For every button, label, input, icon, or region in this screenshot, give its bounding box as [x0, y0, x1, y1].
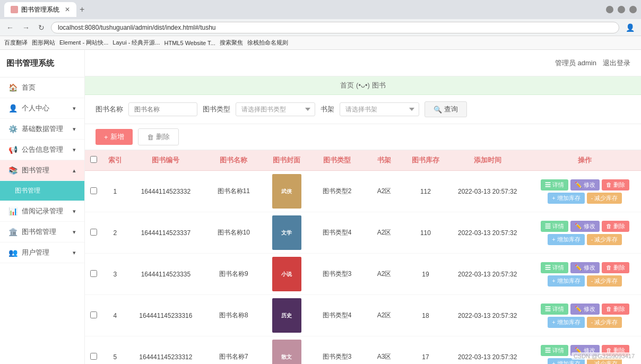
- row-stock: 112: [405, 171, 446, 212]
- sub-stock-btn[interactable]: - 减少库存: [587, 317, 622, 328]
- close-btn[interactable]: ✕: [629, 6, 637, 13]
- book-type-label: 图书类型: [203, 105, 230, 114]
- sidebar-item-user[interactable]: 👥 用户管理 ▾: [0, 242, 84, 263]
- sidebar-notice-label: 公告信息管理: [22, 145, 63, 154]
- forward-btn[interactable]: →: [20, 22, 32, 33]
- edit-btn[interactable]: ✏️ 修改: [570, 304, 600, 315]
- url-box[interactable]: localhost:8080/tushuguanli/admin/dist/in…: [51, 22, 619, 33]
- bookmark-6[interactable]: 徐栈拍命名规则: [247, 39, 288, 47]
- add-btn[interactable]: + 新增: [96, 129, 133, 145]
- row-shelf: A3区: [363, 336, 405, 365]
- sidebar-item-basic[interactable]: ⚙️ 基础数据管理 ▾: [0, 119, 84, 140]
- add-stock-btn[interactable]: + 增加库存: [548, 193, 584, 204]
- main-content: 管理员 admin 退出登录 首页 (•ᴗ•) 图书 图书名称 图书类型 请选择…: [85, 50, 641, 364]
- row-actions: ☰ 详情 ✏️ 修改 🗑 删除 + 增加库存 - 减少库存: [529, 336, 641, 365]
- maximize-btn[interactable]: □: [618, 6, 625, 13]
- bookmark-4[interactable]: HTML5 Website T...: [164, 40, 215, 46]
- row-checkbox[interactable]: [90, 270, 97, 277]
- sidebar-item-borrow[interactable]: 📊 借阅记录管理 ▾: [0, 201, 84, 222]
- search-btn[interactable]: 🔍 查询: [425, 101, 467, 117]
- edit-btn[interactable]: ✏️ 修改: [570, 221, 600, 232]
- sidebar-item-profile[interactable]: 👤 个人中心 ▾: [0, 98, 84, 119]
- row-cover-cell: 历史: [263, 295, 310, 336]
- sub-stock-btn[interactable]: - 减少库存: [587, 234, 622, 245]
- borrow-icon: 📊: [8, 207, 18, 215]
- shelf-select[interactable]: 请选择书架: [340, 102, 419, 116]
- edit-btn[interactable]: ✏️ 修改: [570, 179, 600, 190]
- add-stock-btn[interactable]: + 增加库存: [548, 275, 584, 287]
- sub-stock-btn[interactable]: - 减少库存: [587, 275, 622, 287]
- browser-tab[interactable]: 图书管理系统 ✕: [4, 2, 76, 17]
- bookmark-1[interactable]: 图形网站: [32, 39, 55, 47]
- table-row: 3 16444114523335 图书名称9 小说 图书类型3 A2区 19 2…: [85, 254, 641, 295]
- chevron-down-icon: ▾: [73, 105, 76, 112]
- sidebar-item-notice[interactable]: 📢 公告信息管理 ▾: [0, 140, 84, 160]
- profile-btn[interactable]: 👤: [623, 22, 637, 33]
- basic-icon: ⚙️: [8, 125, 18, 133]
- sub-stock-btn[interactable]: - 减少库存: [587, 193, 622, 204]
- bookmark-5[interactable]: 搜索聚焦: [220, 39, 243, 47]
- shelf-label: 书架: [320, 105, 334, 114]
- row-index: 1: [102, 171, 127, 212]
- chevron-down-icon-5: ▾: [73, 208, 76, 215]
- row-code: 164441145233316: [127, 295, 204, 336]
- sidebar-home-label: 首页: [22, 83, 36, 92]
- row-shelf: A2区: [363, 295, 405, 336]
- add-stock-btn[interactable]: + 增加库存: [548, 317, 584, 328]
- detail-btn[interactable]: ☰ 详情: [541, 179, 568, 190]
- row-time: 2022-03-13 20:57:32: [446, 171, 529, 212]
- table-row: 5 164441145233312 图书名称7 散文 图书类型3 A3区 17 …: [85, 336, 641, 365]
- edit-btn[interactable]: ✏️ 修改: [570, 262, 600, 273]
- select-all-checkbox[interactable]: [90, 156, 97, 163]
- tab-title: 图书管理系统: [21, 5, 59, 14]
- sidebar-item-book[interactable]: 📚 图书管理 ▴: [0, 160, 84, 181]
- chevron-down-icon-3: ▾: [73, 146, 76, 153]
- sidebar: 图书管理系统 🏠 首页 👤 个人中心 ▾ ⚙️ 基础数据管理 ▾ 📢 公告信息管…: [0, 50, 85, 364]
- row-checkbox[interactable]: [90, 187, 97, 194]
- row-code: 164441145233312: [127, 336, 204, 365]
- row-time: 2022-03-13 20:57:32: [446, 295, 529, 336]
- row-code: 16444114523335: [127, 254, 204, 295]
- th-shelf: 书架: [363, 150, 405, 171]
- detail-btn[interactable]: ☰ 详情: [541, 221, 568, 232]
- breadcrumb-home[interactable]: 首页: [340, 81, 354, 89]
- row-checkbox-cell: [85, 254, 102, 295]
- delete-row-btn[interactable]: 🗑 删除: [602, 262, 629, 273]
- book-name-input[interactable]: [128, 102, 197, 116]
- delete-row-btn[interactable]: 🗑 删除: [602, 179, 629, 190]
- watermark: CSDN @G3259093417: [571, 352, 637, 360]
- row-checkbox[interactable]: [90, 311, 97, 318]
- th-index: 索引: [102, 150, 127, 171]
- bookmark-0[interactable]: 百度翻译: [4, 39, 28, 47]
- detail-btn[interactable]: ☰ 详情: [541, 304, 568, 315]
- row-checkbox[interactable]: [90, 353, 97, 360]
- detail-btn[interactable]: ☰ 详情: [541, 262, 568, 273]
- sidebar-item-library[interactable]: 🏛️ 图书馆管理 ▾: [0, 222, 84, 242]
- delete-row-btn[interactable]: 🗑 删除: [602, 304, 629, 315]
- bookmarks-bar: 百度翻译 图形网站 Element - 网站快... Layui - 经典开源.…: [0, 36, 641, 50]
- action-buttons: ☰ 详情 ✏️ 修改 🗑 删除 + 增加库存 - 减少库存: [533, 219, 637, 247]
- bookmark-3[interactable]: Layui - 经典开源...: [112, 39, 160, 47]
- row-actions: ☰ 详情 ✏️ 修改 🗑 删除 + 增加库存 - 减少库存: [529, 295, 641, 336]
- book-type-select[interactable]: 请选择图书类型: [236, 102, 315, 116]
- action-buttons: ☰ 详情 ✏️ 修改 🗑 删除 + 增加库存 - 减少库存: [533, 260, 637, 289]
- reload-btn[interactable]: ↻: [36, 22, 47, 33]
- home-icon: 🏠: [8, 83, 18, 92]
- breadcrumb-sep: (•ᴗ•): [356, 81, 370, 89]
- sidebar-item-home[interactable]: 🏠 首页: [0, 77, 84, 98]
- add-stock-btn[interactable]: + 增加库存: [548, 234, 584, 245]
- chevron-down-icon-6: ▾: [73, 229, 76, 236]
- tab-close-btn[interactable]: ✕: [65, 6, 70, 13]
- new-tab-btn[interactable]: +: [80, 5, 84, 14]
- delete-row-btn[interactable]: 🗑 删除: [602, 221, 629, 232]
- minimize-btn[interactable]: —: [606, 6, 613, 13]
- back-btn[interactable]: ←: [4, 22, 16, 33]
- delete-btn[interactable]: 🗑 删除: [138, 128, 179, 145]
- row-checkbox[interactable]: [90, 229, 97, 236]
- logout-btn[interactable]: 退出登录: [603, 58, 630, 68]
- bookmark-2[interactable]: Element - 网站快...: [59, 39, 108, 47]
- row-checkbox-cell: [85, 295, 102, 336]
- sidebar-item-bookmanage[interactable]: 图书管理: [0, 181, 84, 201]
- detail-btn[interactable]: ☰ 详情: [541, 345, 568, 356]
- sidebar-basic-label: 基础数据管理: [22, 124, 63, 134]
